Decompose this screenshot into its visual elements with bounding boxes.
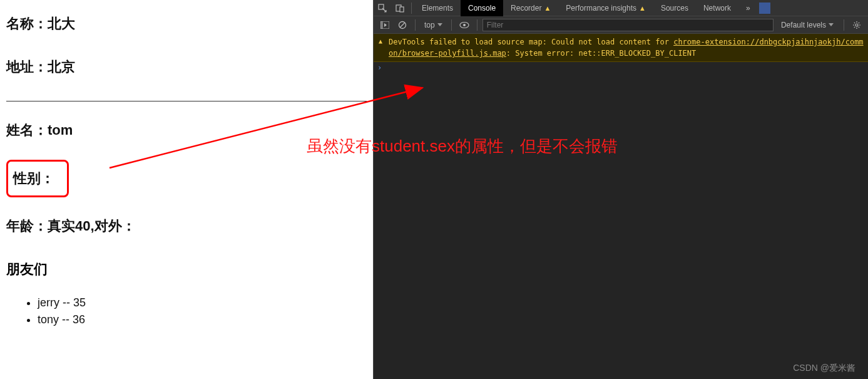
console-prompt[interactable]: › xyxy=(374,62,868,73)
tab-network[interactable]: Network xyxy=(696,0,738,16)
clear-console-icon[interactable] xyxy=(395,18,410,33)
inspect-icon[interactable] xyxy=(374,0,391,16)
school-name-row: 名称：北大 xyxy=(6,15,367,33)
chevron-down-icon xyxy=(829,23,834,26)
friends-title: 朋友们 xyxy=(6,260,367,279)
svg-point-12 xyxy=(855,24,858,26)
annotation-text: 虽然没有student.sex的属性，但是不会报错 xyxy=(307,135,618,157)
flask-icon: ▲ xyxy=(544,4,551,12)
svg-point-11 xyxy=(463,24,466,26)
log-levels-selector[interactable]: Default levels xyxy=(776,21,839,29)
label-person-name: 姓名： xyxy=(6,122,48,138)
warning-text-suffix: : System error: net::ERR_BLOCKED_BY_CLIE… xyxy=(506,49,696,58)
divider xyxy=(6,101,367,101)
label-name: 名称： xyxy=(6,16,48,31)
highlight-box: 性别： xyxy=(6,160,69,197)
value-person-name: tom xyxy=(48,122,73,138)
watermark: CSDN @爱米酱 xyxy=(793,363,855,374)
toggle-sidebar-icon[interactable] xyxy=(377,18,392,33)
filter-input[interactable] xyxy=(483,19,774,31)
devtools-panel: Elements Console Recorder▲ Performance i… xyxy=(373,0,868,379)
device-toggle-icon[interactable] xyxy=(391,0,409,16)
flask-icon: ▲ xyxy=(639,4,646,12)
separator xyxy=(844,19,844,31)
value-address: 北京 xyxy=(48,59,75,75)
live-expression-icon[interactable] xyxy=(457,18,472,33)
console-output: DevTools failed to load source map: Coul… xyxy=(374,34,868,379)
settings-icon[interactable] xyxy=(849,18,864,33)
separator xyxy=(415,19,416,31)
separator xyxy=(477,19,477,31)
svg-marker-7 xyxy=(384,23,387,27)
page-content: 名称：北大 地址：北京 姓名：tom 性别： 年龄：真实40,对外： 朋友们 j… xyxy=(0,0,373,379)
tab-console[interactable]: Console xyxy=(461,0,503,16)
tab-sources[interactable]: Sources xyxy=(653,0,696,16)
list-item: jerry -- 35 xyxy=(38,296,367,309)
label-gender: 性别： xyxy=(13,170,54,186)
friends-list: jerry -- 35 tony -- 36 xyxy=(6,296,367,326)
value-name: 北大 xyxy=(48,16,75,31)
separator xyxy=(451,19,452,31)
svg-line-9 xyxy=(400,23,405,28)
svg-rect-4 xyxy=(400,7,404,12)
tab-more[interactable]: » xyxy=(738,0,758,16)
tab-elements[interactable]: Elements xyxy=(414,0,461,16)
label-address: 地址： xyxy=(6,59,48,75)
value-age: 真实40,对外： xyxy=(48,218,136,234)
console-warning-row[interactable]: DevTools failed to load source map: Coul… xyxy=(374,34,868,62)
warning-text-prefix: DevTools failed to load source map: Coul… xyxy=(389,38,673,46)
separator xyxy=(411,3,412,14)
chevron-down-icon xyxy=(437,23,442,26)
address-row: 地址：北京 xyxy=(6,58,367,76)
console-toolbar: top Default levels xyxy=(374,16,868,34)
tab-recorder[interactable]: Recorder▲ xyxy=(503,0,558,16)
age-row: 年龄：真实40,对外： xyxy=(6,217,367,236)
context-selector[interactable]: top xyxy=(421,21,446,29)
label-age: 年龄： xyxy=(6,218,48,234)
prompt-chevron-icon: › xyxy=(377,63,382,72)
tab-performance-insights[interactable]: Performance insights▲ xyxy=(558,0,653,16)
gender-row: 性别： xyxy=(13,169,54,188)
extension-badge[interactable] xyxy=(759,3,770,14)
devtools-tab-bar: Elements Console Recorder▲ Performance i… xyxy=(374,0,868,16)
list-item: tony -- 36 xyxy=(38,313,367,326)
svg-rect-6 xyxy=(380,21,383,29)
